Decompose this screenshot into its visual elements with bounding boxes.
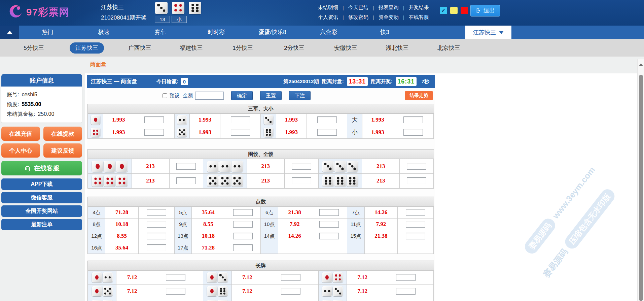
bet-amount-input[interactable] (147, 233, 166, 239)
subnav-item[interactable]: 福建快三 (166, 44, 217, 52)
bet-input-cell (148, 285, 203, 298)
subnav-item-active[interactable]: 江苏快三 (70, 42, 104, 54)
collapse-button[interactable] (0, 26, 19, 39)
chevron-up-icon (7, 31, 13, 34)
bet-amount-input[interactable] (231, 129, 250, 136)
bet-amount-input[interactable] (403, 116, 423, 123)
preset-label: 预设 (170, 93, 180, 99)
logout-button[interactable]: 退出 (470, 5, 500, 16)
bet-odds: 7.12 (347, 271, 378, 285)
topmenu-item[interactable]: 资金变动 (374, 14, 403, 21)
online-service-button[interactable]: 在线客服 (1, 161, 82, 175)
nav-item[interactable]: 赛车 (132, 26, 188, 39)
sidebar-orange-button[interactable]: 在线充值 (1, 127, 40, 141)
subnav-item[interactable]: 湖北快三 (371, 44, 423, 52)
bet-amount-input[interactable] (396, 288, 416, 295)
nav-item[interactable]: 蛋蛋/快乐8 (244, 26, 300, 39)
bet-amount-input[interactable] (166, 288, 185, 295)
theme-red-swatch[interactable] (461, 7, 468, 14)
theme-blue-swatch[interactable]: ✓ (440, 7, 447, 14)
balance-row: 额度:5535.00 (7, 99, 77, 109)
bet-option-dice (88, 298, 116, 301)
bet-amount-input[interactable] (319, 221, 339, 228)
die-1 (92, 286, 102, 296)
bet-amount-input[interactable] (147, 244, 166, 251)
bet-amount-input[interactable] (396, 274, 416, 281)
topmenu-item[interactable]: 未结明细 (314, 4, 343, 11)
bet-amount-input[interactable] (317, 129, 337, 136)
scrollbar-thumb[interactable] (639, 75, 643, 301)
amount-input[interactable] (195, 92, 224, 100)
balance-value: 5535.00 (22, 101, 41, 107)
topmenu-item[interactable]: 个人资讯 (314, 14, 343, 21)
draw-countdown-label: 距离开奖: (371, 78, 393, 85)
bet-option-label: 16点 (88, 242, 105, 254)
topmenu-item[interactable]: 修改密码 (344, 14, 373, 21)
bet-amount-input[interactable] (319, 209, 339, 216)
nav-item[interactable]: 六合彩 (300, 26, 357, 39)
nav-item[interactable]: 快3 (357, 26, 413, 39)
topmenu-item[interactable]: 今天已结 (344, 4, 373, 11)
bet-amount-input[interactable] (319, 233, 339, 239)
bet-amount-input[interactable] (231, 116, 250, 123)
preset-checkbox[interactable] (163, 93, 167, 98)
topmenu-item[interactable]: 报表查询 (374, 4, 403, 11)
bet-amount-input[interactable] (407, 163, 426, 170)
sidebar-orange-button[interactable]: 个人中心 (1, 143, 40, 158)
reset-button[interactable]: 重置 (260, 91, 282, 100)
bet-amount-input[interactable] (176, 177, 196, 184)
bet-amount-input[interactable] (166, 274, 185, 281)
bet-amount-input[interactable] (233, 221, 253, 228)
sidebar-orange-button[interactable]: 在线提款 (43, 127, 82, 141)
bet-amount-input[interactable] (317, 116, 337, 123)
sidebar-orange-button[interactable]: 建议反馈 (43, 143, 82, 158)
die-5 (219, 175, 231, 187)
subnav-item[interactable]: 1分快三 (217, 44, 269, 52)
sidebar-blue-button[interactable]: 全国开奖网站 (1, 205, 82, 217)
sidebar-blue-button[interactable]: APP下载 (1, 178, 82, 190)
nav-item[interactable]: 时时彩 (188, 26, 244, 39)
subnav-item[interactable]: 北京快三 (423, 44, 474, 52)
topmenu-item[interactable]: 开奖结果 (404, 4, 433, 11)
bet-amount-input[interactable] (144, 116, 164, 123)
bet-amount-input[interactable] (147, 221, 166, 228)
scroll-up-arrow[interactable] (639, 63, 643, 66)
die-5 (231, 175, 243, 187)
bet-option-label: 5点 (174, 207, 191, 219)
logo-swirl-icon (9, 5, 24, 20)
confirm-button[interactable]: 确定 (231, 91, 253, 100)
nav-item[interactable]: 极速 (76, 26, 132, 39)
bet-amount-input[interactable] (406, 209, 425, 216)
bet-amount-input[interactable] (292, 163, 311, 170)
bet-amount-input[interactable] (407, 177, 426, 184)
bet-amount-input[interactable] (281, 288, 300, 295)
bet-amount-input[interactable] (233, 244, 253, 251)
bet-option-label: 10点 (261, 219, 278, 230)
die-6 (189, 2, 201, 14)
subnav-item[interactable]: 安徽快三 (320, 44, 371, 52)
bet-amount-input[interactable] (406, 221, 425, 228)
bet-amount-input[interactable] (281, 274, 300, 281)
theme-yellow-swatch[interactable] (450, 7, 458, 14)
site-logo[interactable]: 97彩票网 (9, 5, 69, 20)
bet-amount-input[interactable] (403, 129, 423, 136)
nav-item[interactable]: 热门 (20, 26, 76, 39)
bet-amount-input[interactable] (233, 233, 253, 239)
bet-amount-input[interactable] (176, 163, 196, 170)
game-dropdown[interactable]: 江苏快三 (465, 26, 511, 39)
result-trend-button[interactable]: 结果走势 (405, 91, 433, 100)
scrollbar[interactable] (637, 59, 644, 301)
bet-amount-input[interactable] (233, 209, 253, 216)
tab-liangmianpan[interactable]: 两面盘 (90, 61, 106, 68)
sidebar-blue-button[interactable]: 最新注单 (1, 219, 82, 230)
subnav-item[interactable]: 2分快三 (269, 44, 320, 52)
subnav-item[interactable]: 5分快三 (8, 44, 60, 52)
bet-amount-input[interactable] (147, 209, 166, 216)
bet-amount-input[interactable] (292, 177, 311, 184)
subnav-item[interactable]: 广西快三 (114, 44, 166, 52)
bet-button[interactable]: 下注 (289, 91, 311, 100)
bet-amount-input[interactable] (144, 129, 164, 136)
sidebar-blue-button[interactable]: 微信客服 (1, 192, 82, 203)
bet-amount-input[interactable] (406, 233, 425, 239)
topmenu-item[interactable]: 在线客服 (404, 14, 433, 21)
